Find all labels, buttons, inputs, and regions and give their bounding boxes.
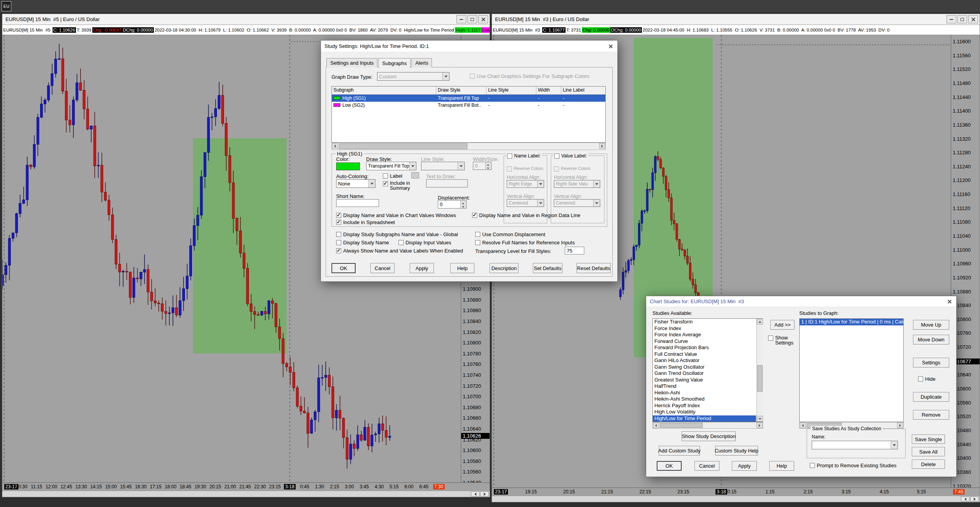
study-available-item[interactable]: Gann Swing Oscillator bbox=[653, 364, 756, 371]
spin-up-icon[interactable] bbox=[486, 162, 491, 166]
transparency-level-input[interactable]: 75 bbox=[565, 247, 584, 254]
value-reverse-colors-checkbox[interactable]: Reverse Colors bbox=[554, 166, 590, 171]
study-available-item[interactable]: High/Low for Time Period bbox=[653, 415, 756, 422]
include-in-summary-checkbox[interactable]: Include in Summary bbox=[383, 181, 419, 191]
show-settings-checkbox[interactable]: Show Settings bbox=[768, 335, 795, 345]
arrow-left-icon[interactable] bbox=[800, 422, 806, 428]
display-study-name-checkbox[interactable]: Display Study Name bbox=[336, 240, 389, 246]
displacement-spinner[interactable]: 0 bbox=[438, 200, 467, 208]
collection-name-select[interactable] bbox=[812, 441, 898, 449]
minimize-button[interactable] bbox=[457, 15, 466, 23]
duplicate-button[interactable]: Duplicate bbox=[913, 392, 949, 402]
cancel-button[interactable]: Cancel bbox=[694, 461, 719, 471]
remove-button[interactable]: Remove bbox=[913, 410, 949, 420]
always-show-labels-checkbox[interactable]: Always Show Name and Value Labels When E… bbox=[336, 248, 463, 254]
window-title-bar[interactable]: EURUSD[M] 15 Min #5 | Euro / US Dollar bbox=[2, 14, 490, 25]
line-style-select[interactable] bbox=[421, 162, 465, 170]
settings-button[interactable]: Settings bbox=[913, 358, 949, 367]
column-header-subgraph[interactable]: Subgraph bbox=[332, 87, 436, 95]
time-axis[interactable]: 23-1710:3011:1512:0012:4513:3014:1515:00… bbox=[2, 482, 490, 491]
subgraph-table[interactable]: Subgraph Draw Style Line Style Width Lin… bbox=[331, 86, 606, 143]
resolve-full-names-checkbox[interactable]: Resolve Full Names for Reference Inputs bbox=[475, 240, 575, 246]
arrow-left-icon[interactable] bbox=[332, 143, 338, 149]
arrow-down-icon[interactable] bbox=[757, 416, 763, 422]
taskbar-eu-label[interactable]: EU bbox=[2, 1, 11, 11]
dialog-title-bar[interactable]: Study Settings: High/Low for Time Period… bbox=[321, 41, 617, 52]
study-available-item[interactable]: HalfTrend bbox=[653, 383, 756, 390]
delete-button[interactable]: Delete bbox=[912, 459, 945, 469]
tab-subgraphs[interactable]: Subgraphs bbox=[378, 58, 411, 68]
common-displacement-checkbox[interactable]: Use Common Displacement bbox=[475, 231, 545, 237]
display-region-data-checkbox[interactable]: Display Name and Value in Region Data Li… bbox=[472, 212, 580, 218]
chart-horizontal-scrollbar[interactable] bbox=[492, 496, 980, 502]
text-to-draw-input[interactable] bbox=[426, 179, 468, 187]
cancel-button[interactable]: Cancel bbox=[370, 263, 395, 273]
save-single-button[interactable]: Save Single bbox=[912, 435, 945, 444]
column-header-width[interactable]: Width bbox=[536, 87, 561, 95]
move-down-button[interactable]: Move Down bbox=[913, 335, 949, 344]
arrow-right-icon[interactable] bbox=[756, 422, 763, 428]
table-horizontal-scrollbar[interactable] bbox=[331, 143, 606, 150]
close-button[interactable] bbox=[968, 15, 978, 23]
study-available-item[interactable]: Greatest Swing Value bbox=[653, 377, 756, 383]
width-size-spinner[interactable]: 0 bbox=[473, 162, 492, 170]
add-custom-study-button[interactable]: Add Custom Study bbox=[659, 446, 700, 456]
scroll-right-button[interactable] bbox=[970, 496, 979, 502]
study-available-item[interactable]: Gann Trend Oscillator bbox=[653, 370, 756, 377]
name-reverse-colors-checkbox[interactable]: Reverse Colors bbox=[507, 166, 543, 171]
study-available-item[interactable]: Fisher Transform bbox=[653, 319, 756, 325]
value-horizontal-align-select[interactable]: Right Side Valu bbox=[554, 180, 600, 188]
display-input-values-checkbox[interactable]: Display Input Values bbox=[398, 240, 451, 246]
scrollbar-thumb[interactable] bbox=[660, 423, 703, 428]
move-up-button[interactable]: Move Up bbox=[913, 320, 949, 330]
arrow-right-icon[interactable] bbox=[599, 143, 605, 149]
study-available-item[interactable]: Heikin-Ashi Smoothed bbox=[653, 396, 756, 403]
apply-button[interactable]: Apply bbox=[410, 263, 434, 273]
description-button[interactable]: Description bbox=[490, 263, 518, 273]
color-swatch-button[interactable] bbox=[336, 163, 360, 170]
study-available-item[interactable]: Forward Curve bbox=[653, 338, 756, 345]
study-available-item[interactable]: Heikin-Ashi bbox=[653, 390, 756, 396]
apply-button[interactable]: Apply bbox=[732, 461, 757, 471]
spin-up-icon[interactable] bbox=[461, 201, 466, 205]
help-button[interactable]: Help bbox=[769, 461, 794, 471]
label-color-swatch[interactable] bbox=[411, 172, 419, 178]
study-available-item[interactable]: Force Index Average bbox=[653, 332, 756, 338]
ok-button[interactable]: OK bbox=[657, 461, 682, 471]
graph-draw-type-select[interactable]: Custom bbox=[377, 72, 449, 81]
study-available-item[interactable]: Force Index bbox=[653, 325, 756, 332]
study-available-item[interactable]: Full Contract Value bbox=[653, 351, 756, 358]
short-name-input[interactable] bbox=[336, 199, 379, 207]
save-all-button[interactable]: Save All bbox=[912, 447, 945, 456]
label-checkbox[interactable]: Label bbox=[383, 173, 402, 179]
name-vertical-align-select[interactable]: Centered bbox=[507, 199, 544, 207]
tab-alerts[interactable]: Alerts bbox=[411, 58, 432, 67]
dialog-close-button[interactable] bbox=[603, 41, 617, 52]
value-label-checkbox[interactable]: Value Label: bbox=[553, 153, 588, 159]
column-header-line-style[interactable]: Line Style bbox=[486, 87, 536, 95]
value-vertical-align-select[interactable]: Centered bbox=[554, 199, 600, 207]
study-available-item[interactable]: Forward Projection Bars bbox=[653, 344, 756, 351]
show-study-description-button[interactable]: Show Study Description bbox=[682, 431, 736, 441]
hide-checkbox[interactable]: Hide bbox=[918, 376, 936, 382]
help-button[interactable]: Help bbox=[450, 263, 474, 273]
close-button[interactable] bbox=[478, 15, 488, 23]
studies-to-graph-list[interactable]: 1 | ID:1 High/Low for Time Period | 0 ms… bbox=[799, 318, 904, 422]
study-graph-item[interactable]: 1 | ID:1 High/Low for Time Period | 0 ms… bbox=[800, 319, 903, 325]
reset-defaults-button[interactable]: Reset Defaults bbox=[576, 263, 611, 273]
name-label-checkbox[interactable]: Name Label: bbox=[506, 153, 542, 159]
restore-button[interactable] bbox=[467, 15, 477, 23]
subgraph-table-row[interactable]: High (SG1)Transparent Fill Top--- bbox=[332, 95, 605, 102]
scroll-left-button[interactable] bbox=[471, 491, 479, 496]
auto-coloring-select[interactable]: None bbox=[336, 179, 375, 188]
name-horizontal-align-select[interactable]: Right Edge bbox=[507, 180, 544, 188]
scroll-left-button[interactable] bbox=[961, 496, 969, 502]
subgraphs-global-checkbox[interactable]: Display Study Subgraphs Name and Value -… bbox=[336, 231, 458, 237]
draw-style-select[interactable]: Transparent Fill Top bbox=[366, 162, 416, 170]
arrow-up-icon[interactable] bbox=[757, 319, 763, 325]
ok-button[interactable]: OK bbox=[331, 263, 356, 273]
list-vertical-scrollbar[interactable] bbox=[756, 319, 763, 422]
list-horizontal-scrollbar[interactable] bbox=[652, 422, 763, 429]
chart-horizontal-scrollbar[interactable] bbox=[2, 491, 490, 497]
tab-settings-and-inputs[interactable]: Settings and Inputs bbox=[326, 58, 377, 67]
